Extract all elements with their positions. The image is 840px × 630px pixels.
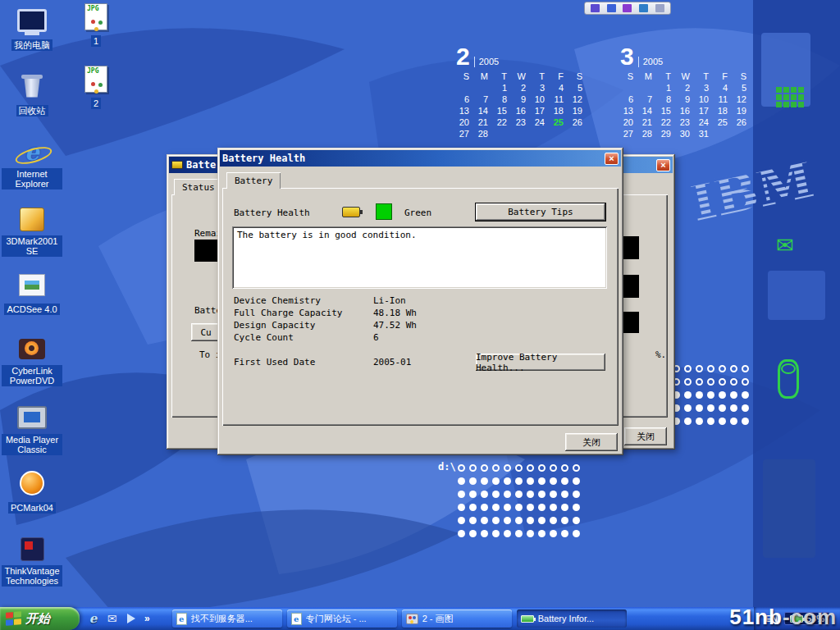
desktop-icon-my-computer[interactable]: 我的电脑 — [2, 7, 62, 52]
desktop-file-jpg-1[interactable]: JPG1 — [66, 3, 126, 48]
dot — [719, 404, 726, 412]
dot — [492, 477, 500, 485]
desktop-icon-powerdvd[interactable]: CyberLink PowerDVD — [2, 335, 62, 387]
desktop-icon-recycle-bin[interactable]: 回收站 — [2, 72, 62, 117]
calendar-day: 16 — [513, 106, 532, 116]
calendar-day: 12 — [733, 94, 752, 105]
dot — [684, 365, 692, 372]
task-label: 2 - 画图 — [422, 613, 454, 625]
desktop-icon-thinkvantage[interactable]: ThinkVantage Technologies — [2, 535, 62, 587]
dot — [481, 504, 488, 511]
start-button[interactable]: 开始 — [0, 607, 80, 630]
dot — [504, 477, 511, 485]
calendar-day: 20 — [620, 117, 639, 128]
current-settings-button[interactable]: Cu — [191, 323, 221, 341]
dot — [481, 517, 488, 524]
calendar-header: 3 2005 — [620, 44, 752, 69]
calendar-day: 17 — [696, 106, 714, 116]
calendar-day: 11 — [550, 94, 569, 105]
calendar-day: 15 — [494, 106, 513, 116]
dot — [458, 504, 465, 511]
desktop-icon-3dmark2001[interactable]: 3DMark2001 SE — [2, 205, 62, 258]
dot — [527, 517, 534, 524]
desktop-icon-pcmark04[interactable]: PCMark04 — [2, 469, 62, 514]
toolbar-volume-icon[interactable] — [607, 4, 616, 12]
dot — [469, 491, 477, 498]
battery-tips-button[interactable]: Battery Tips — [476, 203, 605, 221]
dot — [538, 491, 546, 498]
dot — [696, 378, 703, 386]
desktop-icon-label: 回收站 — [16, 105, 48, 116]
paint-icon — [406, 614, 418, 624]
toolbar-display-icon[interactable] — [623, 4, 632, 12]
thinkvantage-icon — [16, 535, 48, 563]
calendar-month: 2 — [456, 44, 470, 69]
health-status-green-square — [376, 203, 392, 220]
battery-information-close-button[interactable] — [656, 159, 670, 171]
desktop-icon-media-player-classic[interactable]: Media Player Classic — [2, 404, 62, 456]
taskbar-task-1[interactable]: 找不到服务器... — [172, 609, 282, 628]
first-used-date-label: First Used Date — [234, 357, 315, 368]
dot — [561, 517, 568, 524]
taskbar-task-2[interactable]: 专门网论坛 - ... — [287, 609, 397, 628]
battery-health-titlebar[interactable]: Battery Health — [220, 150, 621, 167]
calendar-day: 14 — [639, 106, 658, 116]
toolbar-power-icon[interactable] — [591, 4, 600, 12]
dot — [573, 477, 580, 485]
battery-info-close-button[interactable]: 关闭 — [624, 427, 667, 445]
3dmark2001-icon — [16, 205, 48, 233]
quick-launch-ie-icon[interactable] — [86, 612, 100, 626]
battery-health-label: Battery Health — [234, 208, 310, 218]
calendar-day: 23 — [513, 117, 532, 128]
toolbar-page-icon[interactable] — [655, 4, 664, 12]
dot — [730, 404, 737, 412]
desktop-icon-acdsee[interactable]: ACDSee 4.0 — [2, 271, 62, 316]
improve-battery-health-button[interactable]: Improve Battery Health... — [476, 354, 605, 371]
field-label: Cycle Count — [234, 332, 294, 343]
calendar-day: 10 — [696, 94, 714, 105]
field-label: Full Charge Capacity — [234, 308, 342, 318]
calendar-day: 28 — [639, 129, 658, 139]
quick-launch-mail-icon[interactable] — [105, 612, 119, 626]
desktop-icon-internet-explorer[interactable]: Internet Explorer — [2, 138, 62, 190]
calendar-year: 2005 — [638, 57, 663, 67]
jpg-file-icon: JPG — [84, 3, 107, 30]
battery-health-close-x-button[interactable] — [605, 153, 619, 165]
calendar-day: 7 — [475, 94, 494, 105]
dot — [684, 418, 692, 425]
dot — [538, 504, 546, 511]
calendar-day: 6 — [456, 94, 475, 105]
battery-health-close-button[interactable]: 关闭 — [565, 433, 618, 451]
tab-status[interactable]: Status — [174, 179, 223, 195]
desktop-file-jpg-2[interactable]: JPG2 — [66, 66, 126, 110]
dot — [527, 530, 534, 537]
top-right-toolbar[interactable] — [584, 2, 671, 15]
health-status-text: Green — [404, 208, 431, 218]
task-button-area: 找不到服务器...专门网论坛 - ...2 - 画图Battery Infor.… — [158, 609, 629, 628]
dot — [561, 504, 568, 511]
tab-battery[interactable]: Battery — [226, 172, 281, 189]
dot — [707, 365, 714, 372]
toolbar-keyboard-icon[interactable] — [639, 4, 648, 12]
calendar-day-header: T — [494, 71, 513, 82]
calendar-day: 7 — [639, 94, 658, 105]
quick-launch-overflow-chevron[interactable]: » — [143, 613, 152, 624]
calendar-day-header: S — [569, 71, 588, 82]
desktop-file-label: 2 — [91, 98, 101, 109]
calendar-day: 14 — [475, 106, 494, 116]
quick-launch-bar: » — [80, 607, 158, 630]
desktop-icon-label: 我的电脑 — [11, 39, 52, 51]
dot — [742, 404, 749, 412]
calendar-grid: SMTWTFS123456789101112131415161718192021… — [620, 71, 752, 139]
taskbar-task-3[interactable]: 2 - 画图 — [402, 609, 512, 628]
dot — [504, 530, 511, 537]
battery-icon — [521, 615, 534, 623]
quick-launch-media-icon[interactable] — [124, 612, 138, 626]
calendar-day: 23 — [677, 117, 696, 128]
dot — [458, 464, 465, 472]
calendar-day-header: S — [456, 71, 475, 82]
dot — [515, 464, 523, 472]
calendar-day: 13 — [456, 106, 475, 116]
calendar-day: 2 — [513, 83, 532, 94]
taskbar-task-4[interactable]: Battery Infor... — [517, 609, 627, 628]
